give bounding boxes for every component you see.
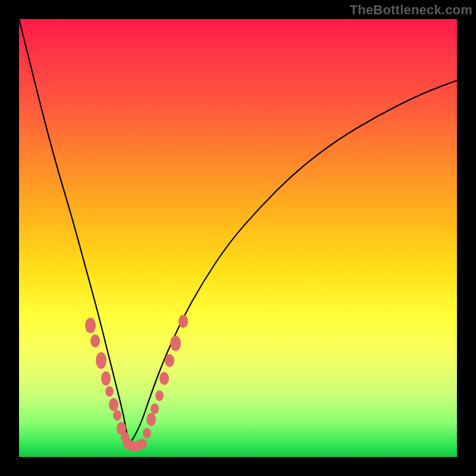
highlighted-point bbox=[90, 334, 100, 347]
highlighted-point bbox=[109, 398, 118, 411]
highlighted-point bbox=[96, 352, 107, 369]
curve-svg bbox=[19, 19, 457, 457]
highlighted-point bbox=[85, 318, 96, 333]
highlighted-point bbox=[170, 336, 181, 351]
highlighted-point bbox=[143, 428, 151, 439]
highlighted-point bbox=[178, 315, 188, 328]
highlighted-point bbox=[151, 403, 159, 414]
bottleneck-curve-path bbox=[19, 19, 457, 442]
highlighted-point bbox=[101, 371, 111, 386]
highlighted-point bbox=[136, 439, 147, 449]
highlighted-point bbox=[155, 390, 164, 401]
plot-area bbox=[19, 19, 457, 457]
highlighted-point bbox=[159, 372, 169, 385]
highlighted-point bbox=[113, 410, 121, 421]
highlighted-point bbox=[165, 354, 174, 367]
watermark-text: TheBottleneck.com bbox=[350, 2, 472, 18]
highlighted-point bbox=[105, 386, 114, 397]
chart-frame: TheBottleneck.com bbox=[0, 0, 476, 476]
highlighted-point bbox=[146, 413, 156, 426]
